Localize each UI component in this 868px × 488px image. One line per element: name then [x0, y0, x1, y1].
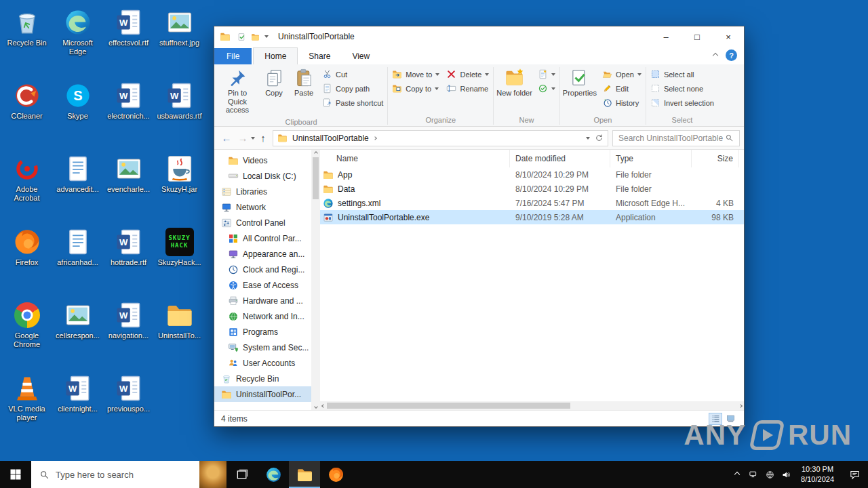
taskbar-firefox-button[interactable]: [320, 461, 351, 488]
nav-item-system-security[interactable]: System and Sec...: [214, 340, 311, 355]
nav-vertical-scrollbar[interactable]: [311, 150, 320, 410]
tab-view[interactable]: View: [341, 48, 380, 64]
edit-button[interactable]: Edit: [599, 81, 645, 96]
scroll-up-icon[interactable]: [314, 151, 318, 155]
desktop-icon-previouspo[interactable]: previouspo...: [103, 369, 154, 442]
qat-properties-icon[interactable]: [237, 33, 246, 41]
tray-display-icon[interactable]: [745, 461, 762, 488]
desktop-icon-vlc[interactable]: VLC media player: [1, 369, 52, 442]
tray-volume-icon[interactable]: [778, 461, 794, 488]
easy-access-button[interactable]: [534, 81, 559, 96]
column-header-size[interactable]: Size: [692, 150, 739, 167]
taskbar-edge-button[interactable]: [258, 461, 289, 488]
new-item-button[interactable]: [534, 67, 559, 81]
desktop-icon-effectsvol[interactable]: effectsvol.rtf: [103, 3, 154, 76]
paste-shortcut-button[interactable]: Paste shortcut: [319, 96, 387, 110]
desktop-icon-cellsrespon[interactable]: cellsrespon...: [52, 296, 103, 369]
help-button[interactable]: ?: [726, 49, 737, 61]
desktop-icon-hottrade[interactable]: hottrade.rtf: [103, 222, 154, 296]
scroll-right-icon[interactable]: [738, 404, 743, 408]
taskbar-clock[interactable]: 10:30 PM 8/10/2024: [794, 464, 841, 485]
tray-network-icon[interactable]: [762, 461, 778, 488]
move-to-button[interactable]: Move to: [389, 67, 443, 81]
close-button[interactable]: ×: [713, 26, 744, 47]
action-center-button[interactable]: [841, 469, 868, 481]
select-all-button[interactable]: Select all: [647, 67, 717, 81]
address-dropdown-icon[interactable]: [586, 137, 590, 140]
desktop-icon-adobe-acrobat[interactable]: Adobe Acrobat: [1, 149, 52, 222]
breadcrumb[interactable]: UninstallToolPortable: [292, 134, 369, 143]
column-header-type[interactable]: Type: [610, 150, 692, 167]
search-promo-image[interactable]: [199, 461, 226, 488]
tray-expand-button[interactable]: [729, 461, 745, 488]
desktop-icon-ccleaner[interactable]: CCleaner: [1, 76, 52, 149]
desktop-icon-firefox[interactable]: Firefox: [1, 222, 52, 296]
desktop-icon-google-chrome[interactable]: Google Chrome: [1, 296, 52, 369]
desktop-icon-skuzyh-jar[interactable]: SkuzyH.jar: [154, 149, 205, 222]
qat-new-folder-icon[interactable]: [251, 33, 260, 41]
nav-item-appearance[interactable]: Appearance an...: [214, 246, 311, 262]
address-bar[interactable]: UninstallToolPortable: [273, 130, 608, 146]
start-button[interactable]: [0, 461, 31, 488]
nav-item-local-disk-c[interactable]: Local Disk (C:): [214, 168, 311, 184]
desktop-icon-uninstallto-folder[interactable]: UninstallTo...: [154, 296, 205, 369]
desktop-icon-navigation[interactable]: navigation...: [103, 296, 154, 369]
nav-item-programs[interactable]: Programs: [214, 324, 311, 340]
taskbar-search[interactable]: Type here to search: [31, 461, 226, 488]
nav-item-clock-region[interactable]: Clock and Regi...: [214, 262, 311, 277]
desktop-icon-clientnight[interactable]: clientnight...: [52, 369, 103, 442]
taskbar-file-explorer-button[interactable]: [289, 461, 320, 488]
nav-item-hardware[interactable]: Hardware and ...: [214, 293, 311, 308]
column-header-name[interactable]: Name: [320, 150, 510, 167]
forward-button[interactable]: →: [235, 130, 251, 146]
paste-button[interactable]: Paste: [289, 66, 319, 100]
delete-button[interactable]: Delete: [443, 67, 492, 81]
horizontal-scrollbar[interactable]: [320, 401, 744, 410]
collapse-ribbon-icon[interactable]: [713, 52, 718, 58]
tab-share[interactable]: Share: [298, 48, 341, 64]
desktop-icon-stuffnext[interactable]: stuffnext.jpg: [154, 3, 205, 76]
file-row-settings-xml[interactable]: settings.xml 7/16/2024 5:47 PM Microsoft…: [320, 196, 744, 210]
scrollbar-thumb[interactable]: [313, 157, 319, 199]
task-view-button[interactable]: [226, 461, 258, 488]
nav-item-network[interactable]: Network: [214, 199, 311, 215]
qat-dropdown-icon[interactable]: [264, 35, 269, 38]
title-bar[interactable]: UninstallToolPortable – □ ×: [214, 26, 744, 47]
nav-item-uninstalltoolportable[interactable]: UninstallToolPor...: [214, 386, 311, 402]
desktop-icon-evencharle[interactable]: evencharle...: [103, 149, 154, 222]
desktop-icon-africanhad[interactable]: africanhad...: [52, 222, 103, 296]
new-folder-button[interactable]: New folder: [494, 66, 534, 100]
refresh-icon[interactable]: [595, 134, 604, 142]
pin-to-quick-access-button[interactable]: Pin to Quick access: [216, 66, 259, 117]
copy-button[interactable]: Copy: [259, 66, 289, 100]
rename-button[interactable]: Rename: [443, 81, 492, 96]
nav-item-libraries[interactable]: Libraries: [214, 184, 311, 199]
maximize-button[interactable]: □: [682, 26, 713, 47]
nav-item-ease-of-access[interactable]: Ease of Access: [214, 277, 311, 293]
select-none-button[interactable]: Select none: [647, 81, 717, 96]
nav-item-videos[interactable]: Videos: [214, 152, 311, 168]
desktop-icon-advancedit[interactable]: advancedit...: [52, 149, 103, 222]
desktop-icon-microsoft-edge[interactable]: Microsoft Edge: [52, 3, 103, 76]
nav-item-user-accounts[interactable]: User Accounts: [214, 355, 311, 371]
back-button[interactable]: ←: [218, 130, 235, 146]
column-header-date-modified[interactable]: Date modified: [510, 150, 610, 167]
history-button[interactable]: History: [599, 96, 645, 110]
nav-item-control-panel[interactable]: Control Panel: [214, 215, 311, 230]
breadcrumb-chevron-icon[interactable]: [373, 136, 377, 140]
desktop-icon-recycle-bin[interactable]: Recycle Bin: [1, 3, 52, 76]
file-row-uninstalltoolportable-exe[interactable]: UninstallToolPortable.exe 9/10/2019 5:28…: [320, 210, 744, 224]
open-button[interactable]: Open: [599, 67, 645, 81]
desktop-icon-usbawards[interactable]: usbawards.rtf: [154, 76, 205, 149]
minimize-button[interactable]: –: [650, 26, 682, 47]
desktop-icon-skuzyhack[interactable]: SKUZYHACKSkuzyHack...: [154, 222, 205, 296]
file-row-data[interactable]: Data 8/10/2024 10:29 PM File folder: [320, 182, 744, 196]
nav-item-network-internet[interactable]: Network and In...: [214, 308, 311, 324]
invert-selection-button[interactable]: Invert selection: [647, 96, 717, 110]
scroll-left-icon[interactable]: [321, 404, 326, 408]
copy-to-button[interactable]: Copy to: [389, 81, 443, 96]
desktop-icon-skype[interactable]: Skype: [52, 76, 103, 149]
search-box[interactable]: Search UninstallToolPortable: [612, 130, 740, 146]
nav-item-recycle-bin[interactable]: Recycle Bin: [214, 371, 311, 386]
tab-home[interactable]: Home: [253, 47, 298, 64]
